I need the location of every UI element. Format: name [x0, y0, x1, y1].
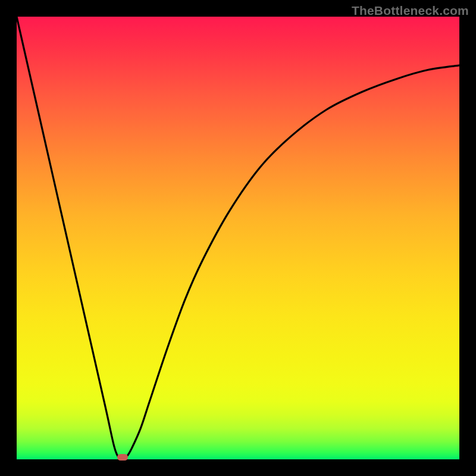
chart-frame: TheBottleneck.com	[0, 0, 476, 476]
plot-area	[17, 17, 459, 459]
attribution-text: TheBottleneck.com	[352, 4, 469, 18]
bottleneck-curve	[17, 17, 459, 459]
optimal-marker	[117, 454, 128, 461]
